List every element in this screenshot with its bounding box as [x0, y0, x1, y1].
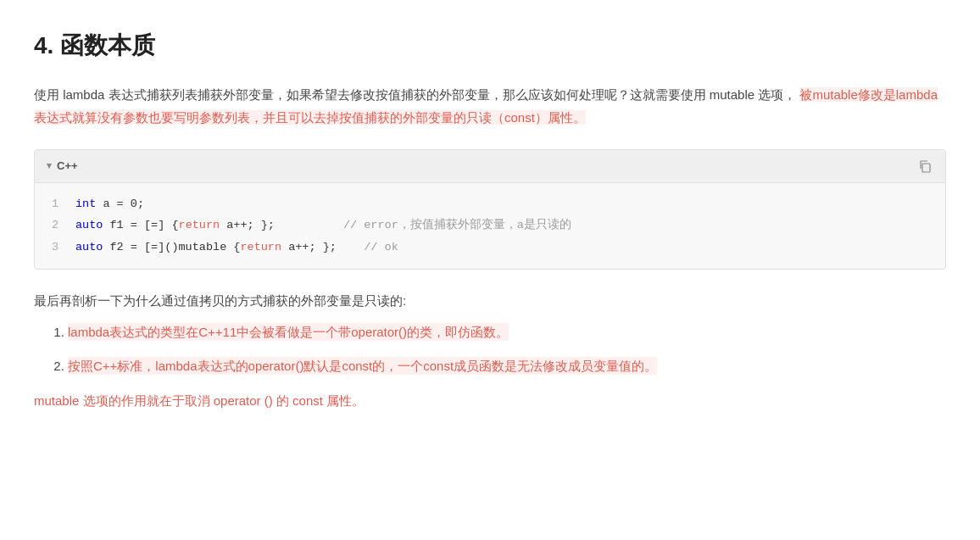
code-block-wrapper: C++ 1 int a = 0; 2 auto f1 = [=] {return…	[34, 149, 946, 270]
analysis-list: lambda表达式的类型在C++11中会被看做是一个带operator()的类，…	[68, 321, 946, 376]
line-num-3: 3	[48, 237, 58, 259]
keyword-auto-2: auto	[75, 241, 103, 253]
intro-text-part1: 使用 lambda 表达式捕获列表捕获外部变量，如果希望去修改按值捕获的外部变量…	[34, 87, 796, 102]
code-line-1: 1 int a = 0;	[48, 193, 932, 215]
list-item-2-text: 按照C++标准，lambda表达式的operator()默认是const的，一个…	[68, 357, 657, 375]
code-body: 1 int a = 0; 2 auto f1 = [=] {return a++…	[35, 183, 945, 269]
list-item-2: 按照C++标准，lambda表达式的operator()默认是const的，一个…	[68, 355, 946, 377]
list-item-1: lambda表达式的类型在C++11中会被看做是一个带operator()的类，…	[68, 321, 946, 343]
comment-2: // ok	[364, 241, 398, 253]
line-num-1: 1	[48, 193, 58, 215]
comment-1: // error，按值捕获外部变量，a是只读的	[343, 219, 571, 231]
svg-rect-0	[922, 164, 930, 172]
keyword-int: int	[75, 198, 96, 210]
code-line-2: 2 auto f1 = [=] {return a++; }; // error…	[48, 214, 932, 237]
keyword-return-1: return	[179, 219, 220, 231]
keyword-auto-1: auto	[75, 219, 103, 231]
code-line-3: 3 auto f2 = [=]()mutable {return a++; };…	[48, 237, 932, 259]
code-line-3-content: auto f2 = [=]()mutable {return a++; }; /…	[75, 237, 398, 259]
line-num-2: 2	[48, 214, 58, 237]
code-line-1-content: int a = 0;	[75, 193, 144, 215]
list-item-1-text: lambda表达式的类型在C++11中会被看做是一个带operator()的类，…	[68, 323, 509, 341]
mutable-note: mutable 选项的作用就在于取消 operator () 的 const 属…	[34, 390, 946, 412]
section-title: 4. 函数本质	[34, 25, 946, 66]
code-line-2-content: auto f1 = [=] {return a++; }; // error，按…	[75, 214, 571, 237]
keyword-return-2: return	[240, 241, 281, 253]
code-lang-label: C++	[47, 157, 78, 175]
copy-button[interactable]	[916, 158, 933, 175]
intro-paragraph: 使用 lambda 表达式捕获列表捕获外部变量，如果希望去修改按值捕获的外部变量…	[34, 83, 946, 129]
analysis-intro: 最后再剖析一下为什么通过值拷贝的方式捕获的外部变量是只读的:	[34, 290, 946, 312]
code-block-header: C++	[35, 150, 945, 183]
